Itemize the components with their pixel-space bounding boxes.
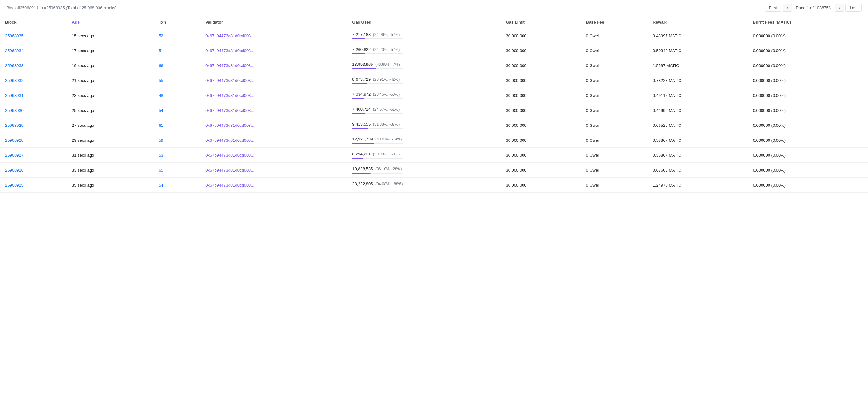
block-link[interactable]: 25968929 [5,123,24,128]
gas-bar [352,143,374,144]
gas-used-value: 6,294,231 (20.98%, -58%) [352,152,496,156]
age-cell: 21 secs ago [67,73,154,88]
col-header-validator: Validator [200,16,347,28]
burnt-fees-cell: 0.000000 (0.00%) [748,103,868,118]
base-fee-cell: 0 Gwei [581,148,648,163]
burnt-fees-cell: 0.000000 (0.00%) [748,133,868,148]
txn-link[interactable]: 66 [159,63,163,68]
gas-used-detail: (20.98%, -58%) [373,152,400,156]
burnt-fees-cell: 0.000000 (0.00%) [748,73,868,88]
block-link[interactable]: 25968930 [5,108,24,113]
burnt-fees-cell: 0.000000 (0.00%) [748,43,868,58]
gas-used-main: 7,400,714 [352,107,371,112]
gas-used-value: 28,222,805 (94.08%, +88%) [352,181,496,186]
next-button[interactable]: › [835,4,844,12]
validator-link[interactable]: 0x67b94473d81d0cd008... [205,123,254,128]
gas-bar-container [352,187,403,188]
block-number-cell: 25968935 [0,28,67,43]
gas-used-main: 28,222,805 [352,181,373,186]
validator-link[interactable]: 0x67b94473d81d0cd008... [205,78,254,83]
gas-used-detail: (24.67%, -51%) [373,107,400,112]
col-header-age[interactable]: Age [67,16,154,28]
txn-cell: 53 [154,148,200,163]
txn-cell: 52 [154,28,200,43]
block-link[interactable]: 25968931 [5,93,24,98]
block-link[interactable]: 25968926 [5,168,24,173]
txn-link[interactable]: 65 [159,168,163,173]
age-cell: 27 secs ago [67,118,154,133]
gas-limit-cell: 30,000,000 [501,73,581,88]
txn-link[interactable]: 61 [159,123,163,128]
block-link[interactable]: 25968928 [5,138,24,143]
gas-used-detail: (36.10%, -28%) [375,167,402,171]
block-link[interactable]: 25968934 [5,48,24,53]
txn-link[interactable]: 54 [159,183,163,187]
txn-cell: 51 [154,43,200,58]
validator-link[interactable]: 0x67b94473d81d0cd008... [205,153,254,158]
table-row: 25968926 33 secs ago 65 0x67b94473d81d0c… [0,163,868,178]
reward-cell: 0.50348 MATIC [648,43,748,58]
last-button[interactable]: Last [845,4,862,12]
block-number-cell: 25968927 [0,148,67,163]
table-row: 25968935 15 secs ago 52 0x67b94473d81d0c… [0,28,868,43]
txn-link[interactable]: 48 [159,93,163,98]
validator-cell: 0x67b94473d81d0cd008... [200,103,347,118]
validator-link[interactable]: 0x67b94473d81d0cd008... [205,93,254,98]
validator-cell: 0x67b94473d81d0cd008... [200,73,347,88]
validator-cell: 0x67b94473d81d0cd008... [200,118,347,133]
block-link[interactable]: 25968935 [5,33,24,38]
validator-link[interactable]: 0x67b94473d81d0cd008... [205,63,254,68]
validator-link[interactable]: 0x67b94473d81d0cd008... [205,33,254,38]
gas-limit-cell: 30,000,000 [501,133,581,148]
gas-limit-cell: 30,000,000 [501,28,581,43]
validator-link[interactable]: 0x67b94473d81d0cd008... [205,108,254,113]
gas-used-main: 9,413,555 [352,122,371,126]
gas-used-detail: (28.91%, -42%) [373,77,400,82]
reward-cell: 0.43997 MATIC [648,28,748,43]
validator-link[interactable]: 0x67b94473d81d0cd008... [205,48,254,53]
block-link[interactable]: 25968932 [5,78,24,83]
txn-link[interactable]: 54 [159,108,163,113]
block-number-cell: 25968928 [0,133,67,148]
burnt-fees-cell: 0.000000 (0.00%) [748,178,868,192]
first-button[interactable]: First [765,4,781,12]
gas-bar-container [352,173,403,174]
txn-cell: 66 [154,58,200,73]
block-number-cell: 25968934 [0,43,67,58]
gas-used-cell: 10,828,535 (36.10%, -28%) [347,163,501,178]
txn-link[interactable]: 55 [159,78,163,83]
block-link[interactable]: 25968927 [5,153,24,158]
table-row: 25968930 25 secs ago 54 0x67b94473d81d0c… [0,103,868,118]
gas-bar [352,53,365,54]
validator-link[interactable]: 0x67b94473d81d0cd008... [205,138,254,143]
block-number-cell: 25968926 [0,163,67,178]
txn-link[interactable]: 59 [159,138,163,143]
gas-bar-container [352,83,403,84]
validator-cell: 0x67b94473d81d0cd008... [200,133,347,148]
base-fee-cell: 0 Gwei [581,103,648,118]
gas-used-detail: (43.07%, -14%) [375,137,402,142]
validator-link[interactable]: 0x67b94473d81d0cd008... [205,183,254,187]
burnt-fees-cell: 0.000000 (0.00%) [748,118,868,133]
txn-cell: 59 [154,133,200,148]
gas-bar [352,173,371,174]
reward-cell: 0.41996 MATIC [648,103,748,118]
base-fee-cell: 0 Gwei [581,178,648,192]
gas-bar [352,38,364,39]
gas-bar-container [352,38,403,39]
gas-limit-cell: 30,000,000 [501,43,581,58]
txn-link[interactable]: 51 [159,48,163,53]
block-link[interactable]: 25968933 [5,63,24,68]
txn-cell: 54 [154,103,200,118]
gas-bar [352,187,400,188]
burnt-fees-cell: 0.000000 (0.00%) [748,148,868,163]
prev-button[interactable]: ‹ [782,4,792,12]
gas-limit-cell: 30,000,000 [501,178,581,192]
base-fee-cell: 0 Gwei [581,43,648,58]
validator-link[interactable]: 0x67b94473d81d0cd008... [205,168,254,173]
block-link[interactable]: 25968925 [5,183,24,187]
txn-link[interactable]: 53 [159,153,163,158]
gas-used-detail: (31.38%, -37%) [373,122,400,126]
txn-link[interactable]: 52 [159,33,163,38]
table-row: 25968933 19 secs ago 66 0x67b94473d81d0c… [0,58,868,73]
